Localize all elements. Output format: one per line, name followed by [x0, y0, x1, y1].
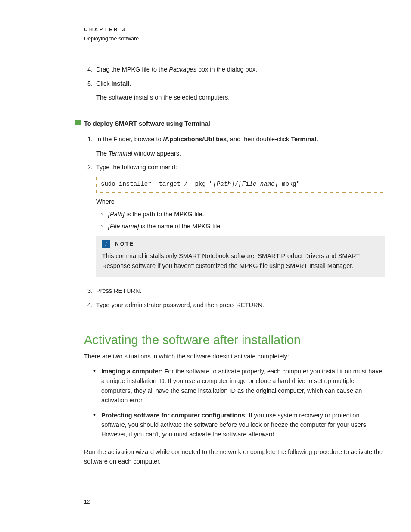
packages-label: Packages: [169, 66, 196, 73]
situation-title: Protecting software for computer configu…: [101, 412, 247, 419]
note-body: This command installs only SMART Noteboo…: [102, 251, 379, 271]
terminal-window-label: Terminal: [109, 150, 132, 157]
code-placeholder-path: [Path]: [213, 180, 234, 187]
step-number: 4.: [84, 300, 96, 310]
step-result: The Terminal window appears.: [96, 149, 385, 158]
step-body: Press RETURN.: [96, 286, 385, 296]
code-placeholder-filename: [File name]: [238, 180, 278, 187]
note-header: i NOTE: [102, 240, 379, 248]
step-number: 3.: [84, 286, 96, 296]
situation-protecting: Protecting software for computer configu…: [84, 411, 385, 439]
page-number: 12: [84, 498, 90, 506]
chapter-subtitle: Deploying the software: [84, 35, 385, 43]
text: box in the dialog box.: [196, 66, 257, 73]
text: .: [316, 136, 318, 143]
text: , and then double-click: [227, 136, 291, 143]
placeholder-em: [File name]: [108, 223, 139, 230]
procedure-marker-icon: [75, 120, 81, 125]
situation-imaging: Imaging a computer: For the software to …: [84, 367, 385, 405]
section-intro: There are two situations in which the so…: [84, 352, 385, 361]
where-list: [Path] is the path to the MPKG file. [Fi…: [96, 209, 385, 231]
step-4: 4. Drag the MPKG file to the Packages bo…: [84, 65, 385, 74]
step-5: 5. Click Install. The software installs …: [84, 79, 385, 103]
step-body: Type the following command: sudo install…: [96, 162, 385, 282]
text: window appears.: [132, 150, 181, 157]
where-item-path: [Path] is the path to the MPKG file.: [96, 209, 385, 219]
text: .: [129, 80, 131, 87]
code-text: .mpkg": [278, 180, 300, 187]
procedure-heading: To deploy SMART software using Terminal: [84, 119, 385, 128]
step-body: Click Install. The software installs on …: [96, 79, 385, 103]
path-label: /Applications/Utilities: [163, 136, 227, 143]
proc-step-4: 4. Type your administrator password, and…: [84, 300, 385, 310]
chapter-label: CHAPTER 3: [84, 26, 385, 33]
text: Click: [96, 80, 111, 87]
proc-step-1: 1. In the Finder, browse to /Application…: [84, 134, 385, 158]
where-item-filename: [File name] is the name of the MPKG file…: [96, 221, 385, 231]
text: is the name of the MPKG file.: [139, 223, 222, 230]
closing-paragraph: Run the activation wizard while connecte…: [84, 447, 385, 467]
text: In the Finder, browse to: [96, 136, 163, 143]
step-body: In the Finder, browse to /Applications/U…: [96, 134, 385, 158]
step-number: 2.: [84, 162, 96, 282]
where-label: Where: [96, 197, 385, 206]
placeholder-em: [Path]: [108, 211, 125, 218]
code-text: sudo installer -target / -pkg ": [101, 180, 213, 187]
document-page: CHAPTER 3 Deploying the software 4. Drag…: [0, 0, 411, 532]
proc-step-2: 2. Type the following command: sudo inst…: [84, 162, 385, 282]
step-body: Type your administrator password, and th…: [96, 300, 385, 310]
info-icon: i: [102, 240, 110, 248]
procedure-title: To deploy SMART software using Terminal: [84, 120, 210, 127]
continued-steps-list: 4. Drag the MPKG file to the Packages bo…: [84, 65, 385, 102]
step-number: 4.: [84, 65, 96, 74]
section-heading: Activating the software after installati…: [84, 330, 385, 350]
proc-step-3: 3. Press RETURN.: [84, 286, 385, 296]
page-header: CHAPTER 3 Deploying the software: [84, 26, 385, 43]
step-number: 1.: [84, 134, 96, 158]
step-number: 5.: [84, 79, 96, 103]
terminal-label: Terminal: [291, 136, 316, 143]
procedure-steps-list: 1. In the Finder, browse to /Application…: [84, 134, 385, 310]
command-code-block: sudo installer -target / -pkg "[Path]/[F…: [96, 176, 385, 193]
text: is the path to the MPKG file.: [125, 211, 204, 218]
step-body: Drag the MPKG file to the Packages box i…: [96, 65, 385, 74]
text: The: [96, 150, 109, 157]
situation-title: Imaging a computer:: [101, 368, 163, 375]
note-block: i NOTE This command installs only SMART …: [96, 236, 385, 277]
install-label: Install: [111, 80, 129, 87]
note-label: NOTE: [115, 240, 134, 248]
text: Drag the MPKG file to the: [96, 66, 169, 73]
situations-list: Imaging a computer: For the software to …: [84, 367, 385, 439]
step-result: The software installs on the selected co…: [96, 93, 385, 102]
step-text: Type the following command:: [96, 162, 385, 172]
